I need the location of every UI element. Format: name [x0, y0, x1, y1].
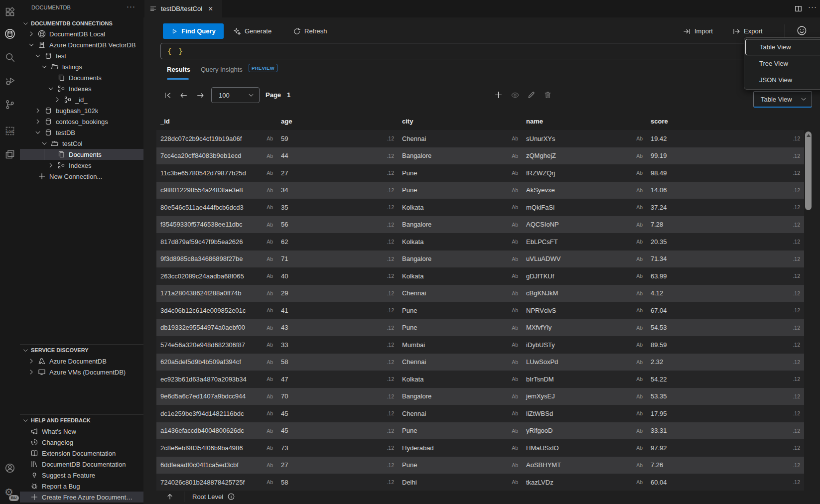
table-row[interactable]: 574e56a320e948d682306f87Ab33.12MumbaiAbi… — [156, 336, 804, 354]
sidebar-item-report-a-bug[interactable]: Report a Bug — [20, 481, 152, 492]
delete-document-icon[interactable] — [544, 91, 552, 100]
run-debug-icon[interactable] — [4, 76, 15, 87]
table-row[interactable]: 7cc4ca20cff84083b9eb1ecdAb44.12Bangalore… — [156, 147, 804, 165]
extensions-icon[interactable] — [4, 6, 15, 17]
sidebar-item-changelog[interactable]: Changelog — [20, 437, 152, 448]
import-button[interactable]: Import — [683, 23, 713, 39]
table-row[interactable]: 6ddfeaadf0c04f1ca5ed3cbfAb27.12PuneAbAoS… — [156, 457, 804, 474]
sidebar-item-listings[interactable]: listings — [20, 61, 164, 72]
cell-_id: f35459330f5746538ee11dbcAb — [156, 216, 277, 234]
table-row[interactable]: 263cc02089c24aadba68f065Ab40.12KolkataAb… — [156, 267, 804, 285]
sidebar-item-extension-documentation[interactable]: Extension Documentation — [20, 448, 152, 459]
view-mode-select[interactable]: Table View — [753, 91, 812, 108]
sidebar-item-testdb[interactable]: testDB — [20, 127, 158, 138]
sidebar-item-what-s-new[interactable]: What's New — [20, 426, 152, 437]
documentdb-icon[interactable] — [4, 28, 15, 39]
column-header-city[interactable]: city — [398, 112, 522, 130]
table-row[interactable]: a1436efaccdb4004800626dcAb45.12PuneAbyRi… — [156, 422, 804, 440]
menu-item-json-view[interactable]: JSON View — [745, 72, 820, 88]
sidebar-item-azure-documentdb[interactable]: Azure DocumentDB — [20, 356, 151, 367]
cell-_id: 11c3be65780542d79877b25dAb — [156, 164, 277, 182]
account-icon[interactable] — [4, 463, 15, 474]
tab-query-insights[interactable]: Query Insights — [201, 66, 243, 73]
sidebar-item-azure-vms-documentdb[interactable]: Azure VMs (DocumentDB) — [20, 367, 151, 378]
string-type-icon: Ab — [636, 204, 647, 210]
add-document-icon[interactable] — [494, 91, 503, 100]
query-input[interactable]: { } — [160, 43, 813, 59]
find-query-button[interactable]: Find Query — [163, 23, 224, 39]
refresh-button[interactable]: Refresh — [293, 23, 327, 39]
cell-name: AQCSIoNPAb — [522, 216, 647, 234]
go-up-level-icon[interactable] — [166, 493, 174, 501]
section-help-and-feedback[interactable]: HELP AND FEEDBACK — [20, 415, 143, 426]
cell-name: EbLPCsFTAb — [522, 233, 647, 251]
export-button[interactable]: Export — [732, 23, 763, 39]
column-header-score[interactable]: score — [647, 112, 804, 130]
table-row[interactable]: 817d879af59c47f9b5ea2626Ab62.12KolkataAb… — [156, 233, 804, 251]
feedback-smiley-icon[interactable] — [797, 25, 808, 36]
sidebar-item-documentdb-documentation[interactable]: DocumentDB Documentation — [20, 459, 152, 470]
table-row[interactable]: 228dc07c2b9c4cf19b19a06fAb59.12ChennaiAb… — [156, 130, 804, 147]
table-row[interactable]: 9f3d8985c8a34686898f27beAb71.12Bangalore… — [156, 251, 804, 268]
table-row[interactable]: ec923b61d63a4870a2093b34Ab47.12KolkataAb… — [156, 371, 804, 388]
sidebar-item-suggest-a-feature[interactable]: Suggest a Feature — [20, 470, 152, 481]
sidebar-item-new-connection[interactable]: New Connection... — [20, 171, 151, 182]
cell-name: zQMghejZAb — [522, 147, 647, 165]
cell-score: 4.12.12 — [647, 285, 804, 302]
prev-page-icon[interactable] — [179, 91, 188, 100]
table-row[interactable]: 11c3be65780542d79877b25dAb27.12PuneAbfRZ… — [156, 164, 804, 182]
table-row[interactable]: 9e6d5a6c7ed1407a9bdcc944Ab70.12Bangalore… — [156, 388, 804, 405]
generate-button[interactable]: Generate — [233, 23, 272, 39]
table-row[interactable]: 724026c801b248878425725fAb58.12DelhiAbtk… — [156, 474, 804, 491]
source-control-icon[interactable] — [4, 99, 15, 110]
table-row[interactable]: db19332e95544974a0aebf00Ab43.12PuneAbMXf… — [156, 319, 804, 337]
number-type-icon: .12 — [793, 204, 804, 210]
table-row[interactable]: 171a280438624f288a0ff74bAb29.12ChennaiAb… — [156, 285, 804, 302]
log-output-icon[interactable]: LOG — [4, 126, 15, 136]
cell-score: 17.95.12 — [647, 405, 804, 422]
scrollbar-thumb[interactable] — [805, 131, 812, 210]
tab-testdb-testcol[interactable]: testDB/testCol × — [144, 0, 222, 17]
editors-stack-icon[interactable] — [4, 149, 15, 160]
page-size-select[interactable]: 100 — [211, 87, 260, 103]
sidebar-item-documentdb-local[interactable]: DocumentDB Local — [20, 28, 151, 39]
ellipsis-icon[interactable]: ··· — [808, 2, 817, 11]
column-header-age[interactable]: age — [277, 112, 398, 130]
column-header-_id[interactable]: _id — [156, 112, 277, 130]
close-icon[interactable]: × — [208, 5, 213, 12]
table-row[interactable]: 620a5def5d9b4b509af394cfAb58.12ChennaiAb… — [156, 354, 804, 371]
vertical-scrollbar[interactable] — [805, 130, 812, 491]
cell-score: 98.49.12 — [647, 164, 804, 182]
next-page-icon[interactable] — [196, 91, 205, 100]
table-row[interactable]: c9f8012298554a2483fae3e8Ab34.12PuneAbAkS… — [156, 182, 804, 199]
section-service-discovery[interactable]: SERVICE DISCOVERY — [20, 345, 143, 356]
sidebar-item-azure-documentdb-vectordb[interactable]: Azure DocumentDB VectorDB — [20, 39, 151, 50]
section-documentdb-connections[interactable]: DOCUMENTDB CONNECTIONS — [20, 18, 143, 29]
menu-item-table-view[interactable]: Table View — [745, 39, 820, 55]
table-row[interactable]: f35459330f5746538ee11dbcAb56.12Bangalore… — [156, 216, 804, 234]
table-row[interactable]: 3d4c06b12c614e009852e01cAb41.12PuneAbNPR… — [156, 302, 804, 319]
scroll-up-arrow-icon — [807, 134, 811, 137]
search-icon[interactable] — [4, 52, 15, 63]
view-document-icon[interactable] — [511, 91, 520, 100]
edit-document-icon[interactable] — [527, 91, 536, 100]
sidebar-item-bugbash-102k[interactable]: bugbash_102k — [20, 105, 158, 116]
sidebar-item-contoso-bookings[interactable]: contoso_bookings — [20, 116, 158, 127]
menu-item-tree-view[interactable]: Tree View — [745, 55, 820, 72]
split-editor-icon[interactable] — [794, 4, 803, 13]
first-page-icon[interactable] — [163, 91, 172, 100]
sidebar-item-test[interactable]: test — [20, 50, 158, 61]
column-header-name[interactable]: name — [522, 112, 647, 130]
table-row[interactable]: dc1e259be3f94d1482116bdcAb45.12ChennaiAb… — [156, 405, 804, 422]
string-type-icon: Ab — [512, 153, 522, 159]
sidebar-item-create-free-azure-documentdb-cl[interactable]: Create Free Azure DocumentDB Cl... — [20, 492, 152, 503]
number-type-icon: .12 — [387, 445, 398, 451]
info-icon[interactable] — [227, 493, 235, 501]
more-actions-icon[interactable]: ··· — [127, 2, 136, 10]
sidebar-item-testcol[interactable]: testCol — [20, 138, 164, 149]
table-row[interactable]: 2c8e6ebf98354f06b9ba4986Ab73.12Hyderabad… — [156, 439, 804, 457]
tab-title: testDB/testCol — [161, 5, 202, 12]
cell-name: jemXysEJAb — [522, 388, 647, 405]
table-row[interactable]: 80e546c511ae444fbcb6dcd3Ab35.12KolkataAb… — [156, 199, 804, 216]
tab-results[interactable]: Results — [167, 66, 190, 73]
